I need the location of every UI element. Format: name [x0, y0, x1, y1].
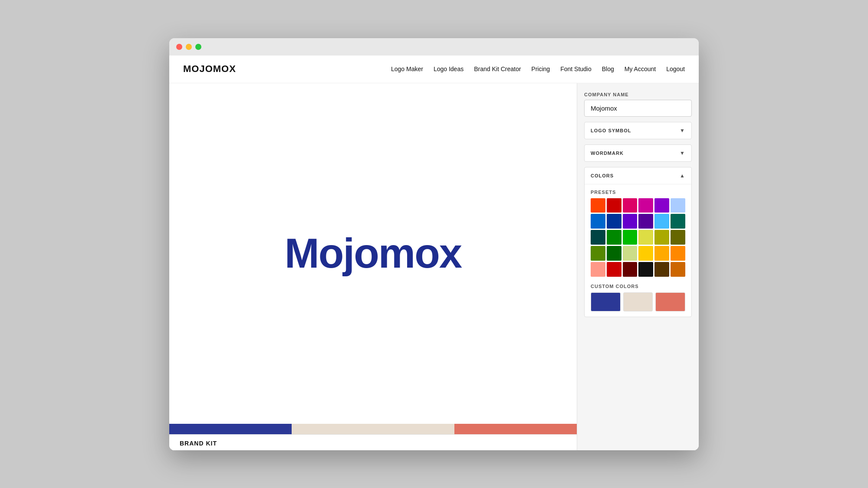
desktop: MOJOMOX Logo MakerLogo IdeasBrand Kit Cr…: [0, 0, 868, 488]
nav-link-pricing[interactable]: Pricing: [531, 66, 550, 72]
main-content: Mojomox BRAND KIT COMPANY NAME: [169, 83, 699, 450]
wordmark-label: WORDMARK: [591, 151, 624, 156]
nav-link-brand-kit-creator[interactable]: Brand Kit Creator: [474, 66, 521, 72]
preset-swatch-27[interactable]: [638, 262, 653, 277]
logo-symbol-arrow: ▼: [680, 128, 685, 134]
preset-swatch-8[interactable]: [623, 214, 638, 229]
nav-link-logout[interactable]: Logout: [666, 66, 685, 72]
preset-swatch-9[interactable]: [638, 214, 653, 229]
sidebar: COMPANY NAME LOGO SYMBOL ▼ WORDMARK ▼: [577, 83, 699, 450]
preset-swatch-18[interactable]: [591, 246, 605, 261]
company-name-label: COMPANY NAME: [584, 92, 692, 97]
titlebar: [169, 38, 699, 56]
preset-swatch-16[interactable]: [654, 230, 669, 245]
custom-swatch-0[interactable]: [591, 292, 621, 311]
preset-swatch-4[interactable]: [654, 198, 669, 213]
minimize-button[interactable]: [186, 44, 192, 50]
preset-swatch-17[interactable]: [671, 230, 685, 245]
colors-accordion-header[interactable]: COLORS ▲: [585, 167, 691, 184]
color-bar: [169, 424, 577, 434]
preset-swatch-25[interactable]: [607, 262, 621, 277]
preset-swatch-29[interactable]: [671, 262, 685, 277]
site-logo: MOJOMOX: [183, 63, 236, 75]
colors-label: COLORS: [591, 173, 614, 178]
close-button[interactable]: [176, 44, 182, 50]
brand-kit-label: BRAND KIT: [169, 434, 577, 450]
preset-swatch-20[interactable]: [623, 246, 638, 261]
preset-swatch-7[interactable]: [607, 214, 621, 229]
nav-links: Logo MakerLogo IdeasBrand Kit CreatorPri…: [391, 66, 685, 72]
preset-swatch-21[interactable]: [638, 246, 653, 261]
preset-swatch-26[interactable]: [623, 262, 638, 277]
preset-swatch-15[interactable]: [638, 230, 653, 245]
preset-swatch-1[interactable]: [607, 198, 621, 213]
color-bar-segment: [454, 424, 577, 434]
company-name-input[interactable]: [584, 100, 692, 117]
colors-arrow: ▲: [680, 173, 685, 179]
preset-swatch-0[interactable]: [591, 198, 605, 213]
brand-logo-display: Mojomox: [285, 229, 461, 277]
color-bar-segment: [169, 424, 292, 434]
preset-swatch-3[interactable]: [638, 198, 653, 213]
preset-swatch-2[interactable]: [623, 198, 638, 213]
logo-symbol-accordion[interactable]: LOGO SYMBOL ▼: [584, 122, 692, 139]
colors-section: COLORS ▲ PRESETS CUSTOM COLORS: [584, 167, 692, 317]
colors-body: PRESETS CUSTOM COLORS: [585, 184, 691, 317]
custom-swatch-2[interactable]: [655, 292, 685, 311]
custom-colors-label: CUSTOM COLORS: [591, 284, 685, 289]
color-presets-grid: [591, 198, 685, 277]
preset-swatch-5[interactable]: [671, 198, 685, 213]
logo-symbol-label: LOGO SYMBOL: [591, 128, 631, 133]
custom-swatch-1[interactable]: [623, 292, 653, 311]
maximize-button[interactable]: [195, 44, 201, 50]
presets-label: PRESETS: [591, 190, 685, 195]
preset-swatch-22[interactable]: [654, 246, 669, 261]
wordmark-arrow: ▼: [680, 150, 685, 156]
nav-link-font-studio[interactable]: Font Studio: [560, 66, 592, 72]
preset-swatch-10[interactable]: [654, 214, 669, 229]
preset-swatch-24[interactable]: [591, 262, 605, 277]
color-bar-segment: [292, 424, 455, 434]
preset-swatch-12[interactable]: [591, 230, 605, 245]
preset-swatch-28[interactable]: [654, 262, 669, 277]
nav-link-logo-ideas[interactable]: Logo Ideas: [434, 66, 464, 72]
nav-link-logo-maker[interactable]: Logo Maker: [391, 66, 423, 72]
preset-swatch-6[interactable]: [591, 214, 605, 229]
canvas-area: Mojomox BRAND KIT: [169, 83, 577, 450]
preset-swatch-14[interactable]: [623, 230, 638, 245]
nav-link-blog[interactable]: Blog: [602, 66, 614, 72]
preset-swatch-23[interactable]: [671, 246, 685, 261]
preset-swatch-11[interactable]: [671, 214, 685, 229]
canvas-preview: Mojomox: [169, 83, 577, 424]
browser-window: MOJOMOX Logo MakerLogo IdeasBrand Kit Cr…: [169, 38, 699, 450]
window-body: MOJOMOX Logo MakerLogo IdeasBrand Kit Cr…: [169, 56, 699, 450]
wordmark-accordion[interactable]: WORDMARK ▼: [584, 144, 692, 162]
nav-link-my-account[interactable]: My Account: [625, 66, 656, 72]
preset-swatch-13[interactable]: [607, 230, 621, 245]
custom-colors-row: [591, 292, 685, 311]
navbar: MOJOMOX Logo MakerLogo IdeasBrand Kit Cr…: [169, 56, 699, 83]
company-name-group: COMPANY NAME: [584, 92, 692, 117]
preset-swatch-19[interactable]: [607, 246, 621, 261]
